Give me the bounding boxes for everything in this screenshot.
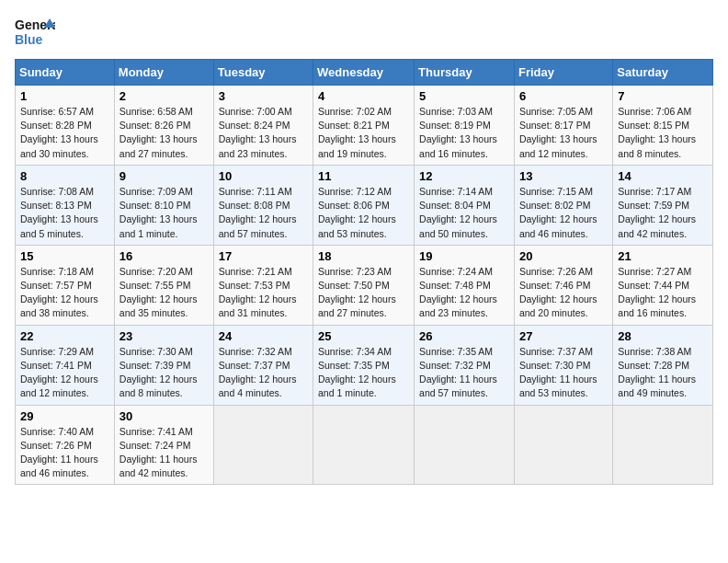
- calendar-cell: 23Sunrise: 7:30 AMSunset: 7:39 PMDayligh…: [114, 325, 213, 405]
- day-number: 12: [419, 169, 509, 183]
- day-number: 9: [119, 169, 209, 183]
- calendar-cell: 10Sunrise: 7:11 AMSunset: 8:08 PMDayligh…: [213, 165, 313, 245]
- day-number: 16: [119, 249, 209, 263]
- day-info: Sunrise: 7:09 AMSunset: 8:10 PMDaylight:…: [119, 185, 209, 241]
- day-info: Sunrise: 7:21 AMSunset: 7:53 PMDaylight:…: [219, 265, 308, 321]
- calendar-cell: 9Sunrise: 7:09 AMSunset: 8:10 PMDaylight…: [114, 165, 213, 245]
- day-info: Sunrise: 7:23 AMSunset: 7:50 PMDaylight:…: [318, 265, 409, 321]
- logo: General Blue: [15, 15, 59, 50]
- day-number: 22: [20, 329, 109, 343]
- svg-text:Blue: Blue: [15, 32, 43, 47]
- day-number: 24: [219, 329, 308, 343]
- day-number: 23: [119, 329, 209, 343]
- day-number: 28: [618, 329, 708, 343]
- day-number: 4: [318, 89, 409, 103]
- day-number: 11: [318, 169, 409, 183]
- day-number: 1: [20, 89, 109, 103]
- day-number: 13: [519, 169, 608, 183]
- header-wednesday: Wednesday: [313, 60, 415, 86]
- day-info: Sunrise: 7:02 AMSunset: 8:21 PMDaylight:…: [318, 105, 409, 161]
- calendar-cell: 13Sunrise: 7:15 AMSunset: 8:02 PMDayligh…: [514, 165, 612, 245]
- header-friday: Friday: [514, 60, 612, 86]
- day-info: Sunrise: 7:18 AMSunset: 7:57 PMDaylight:…: [20, 265, 109, 321]
- day-info: Sunrise: 7:41 AMSunset: 7:24 PMDaylight:…: [119, 425, 209, 481]
- day-number: 6: [519, 89, 608, 103]
- day-number: 10: [219, 169, 308, 183]
- calendar-cell: 5Sunrise: 7:03 AMSunset: 8:19 PMDaylight…: [415, 86, 515, 166]
- week-row-3: 15Sunrise: 7:18 AMSunset: 7:57 PMDayligh…: [16, 245, 713, 325]
- page-header: General Blue: [15, 15, 713, 50]
- calendar-cell: [514, 405, 612, 485]
- day-info: Sunrise: 7:15 AMSunset: 8:02 PMDaylight:…: [519, 185, 608, 241]
- day-info: Sunrise: 7:14 AMSunset: 8:04 PMDaylight:…: [419, 185, 509, 241]
- day-info: Sunrise: 7:20 AMSunset: 7:55 PMDaylight:…: [119, 265, 209, 321]
- calendar-cell: 24Sunrise: 7:32 AMSunset: 7:37 PMDayligh…: [213, 325, 313, 405]
- calendar-cell: 29Sunrise: 7:40 AMSunset: 7:26 PMDayligh…: [16, 405, 115, 485]
- week-row-1: 1Sunrise: 6:57 AMSunset: 8:28 PMDaylight…: [16, 86, 713, 166]
- day-number: 14: [618, 169, 708, 183]
- day-info: Sunrise: 7:00 AMSunset: 8:24 PMDaylight:…: [219, 105, 308, 161]
- header-sunday: Sunday: [16, 60, 115, 86]
- logo-icon: General Blue: [15, 15, 55, 50]
- day-number: 2: [119, 89, 209, 103]
- day-number: 29: [20, 409, 109, 423]
- calendar-cell: 26Sunrise: 7:35 AMSunset: 7:32 PMDayligh…: [415, 325, 515, 405]
- day-info: Sunrise: 7:05 AMSunset: 8:17 PMDaylight:…: [519, 105, 608, 161]
- calendar-cell: 16Sunrise: 7:20 AMSunset: 7:55 PMDayligh…: [114, 245, 213, 325]
- day-number: 3: [219, 89, 308, 103]
- day-number: 27: [519, 329, 608, 343]
- day-info: Sunrise: 7:12 AMSunset: 8:06 PMDaylight:…: [318, 185, 409, 241]
- calendar-cell: 12Sunrise: 7:14 AMSunset: 8:04 PMDayligh…: [415, 165, 515, 245]
- day-info: Sunrise: 7:24 AMSunset: 7:48 PMDaylight:…: [419, 265, 509, 321]
- day-number: 25: [318, 329, 409, 343]
- week-row-4: 22Sunrise: 7:29 AMSunset: 7:41 PMDayligh…: [16, 325, 713, 405]
- day-number: 5: [419, 89, 509, 103]
- calendar-cell: 17Sunrise: 7:21 AMSunset: 7:53 PMDayligh…: [213, 245, 313, 325]
- calendar-cell: [613, 405, 713, 485]
- calendar-cell: 25Sunrise: 7:34 AMSunset: 7:35 PMDayligh…: [313, 325, 415, 405]
- calendar-cell: 8Sunrise: 7:08 AMSunset: 8:13 PMDaylight…: [16, 165, 115, 245]
- calendar-table: SundayMondayTuesdayWednesdayThursdayFrid…: [15, 59, 713, 485]
- calendar-cell: 27Sunrise: 7:37 AMSunset: 7:30 PMDayligh…: [514, 325, 612, 405]
- calendar-cell: 2Sunrise: 6:58 AMSunset: 8:26 PMDaylight…: [114, 86, 213, 166]
- day-info: Sunrise: 7:34 AMSunset: 7:35 PMDaylight:…: [318, 345, 409, 401]
- header-thursday: Thursday: [415, 60, 515, 86]
- calendar-cell: 20Sunrise: 7:26 AMSunset: 7:46 PMDayligh…: [514, 245, 612, 325]
- calendar-cell: 11Sunrise: 7:12 AMSunset: 8:06 PMDayligh…: [313, 165, 415, 245]
- day-number: 30: [119, 409, 209, 423]
- calendar-cell: 22Sunrise: 7:29 AMSunset: 7:41 PMDayligh…: [16, 325, 115, 405]
- calendar-cell: 28Sunrise: 7:38 AMSunset: 7:28 PMDayligh…: [613, 325, 713, 405]
- day-info: Sunrise: 7:17 AMSunset: 7:59 PMDaylight:…: [618, 185, 708, 241]
- day-info: Sunrise: 7:30 AMSunset: 7:39 PMDaylight:…: [119, 345, 209, 401]
- header-monday: Monday: [114, 60, 213, 86]
- week-row-5: 29Sunrise: 7:40 AMSunset: 7:26 PMDayligh…: [16, 405, 713, 485]
- header-tuesday: Tuesday: [213, 60, 313, 86]
- day-number: 17: [219, 249, 308, 263]
- calendar-cell: 19Sunrise: 7:24 AMSunset: 7:48 PMDayligh…: [415, 245, 515, 325]
- day-info: Sunrise: 7:32 AMSunset: 7:37 PMDaylight:…: [219, 345, 308, 401]
- calendar-cell: 14Sunrise: 7:17 AMSunset: 7:59 PMDayligh…: [613, 165, 713, 245]
- day-number: 7: [618, 89, 708, 103]
- calendar-cell: [313, 405, 415, 485]
- day-info: Sunrise: 7:37 AMSunset: 7:30 PMDaylight:…: [519, 345, 608, 401]
- header-saturday: Saturday: [613, 60, 713, 86]
- calendar-cell: 30Sunrise: 7:41 AMSunset: 7:24 PMDayligh…: [114, 405, 213, 485]
- day-number: 21: [618, 249, 708, 263]
- calendar-cell: 21Sunrise: 7:27 AMSunset: 7:44 PMDayligh…: [613, 245, 713, 325]
- calendar-cell: 4Sunrise: 7:02 AMSunset: 8:21 PMDaylight…: [313, 86, 415, 166]
- calendar-cell: 15Sunrise: 7:18 AMSunset: 7:57 PMDayligh…: [16, 245, 115, 325]
- calendar-cell: 6Sunrise: 7:05 AMSunset: 8:17 PMDaylight…: [514, 86, 612, 166]
- calendar-cell: 1Sunrise: 6:57 AMSunset: 8:28 PMDaylight…: [16, 86, 115, 166]
- day-info: Sunrise: 7:40 AMSunset: 7:26 PMDaylight:…: [20, 425, 109, 481]
- calendar-cell: [415, 405, 515, 485]
- days-header-row: SundayMondayTuesdayWednesdayThursdayFrid…: [16, 60, 713, 86]
- day-number: 26: [419, 329, 509, 343]
- day-info: Sunrise: 7:38 AMSunset: 7:28 PMDaylight:…: [618, 345, 708, 401]
- day-info: Sunrise: 6:58 AMSunset: 8:26 PMDaylight:…: [119, 105, 209, 161]
- calendar-cell: 3Sunrise: 7:00 AMSunset: 8:24 PMDaylight…: [213, 86, 313, 166]
- week-row-2: 8Sunrise: 7:08 AMSunset: 8:13 PMDaylight…: [16, 165, 713, 245]
- day-number: 8: [20, 169, 109, 183]
- calendar-cell: 18Sunrise: 7:23 AMSunset: 7:50 PMDayligh…: [313, 245, 415, 325]
- day-info: Sunrise: 7:11 AMSunset: 8:08 PMDaylight:…: [219, 185, 308, 241]
- day-info: Sunrise: 7:08 AMSunset: 8:13 PMDaylight:…: [20, 185, 109, 241]
